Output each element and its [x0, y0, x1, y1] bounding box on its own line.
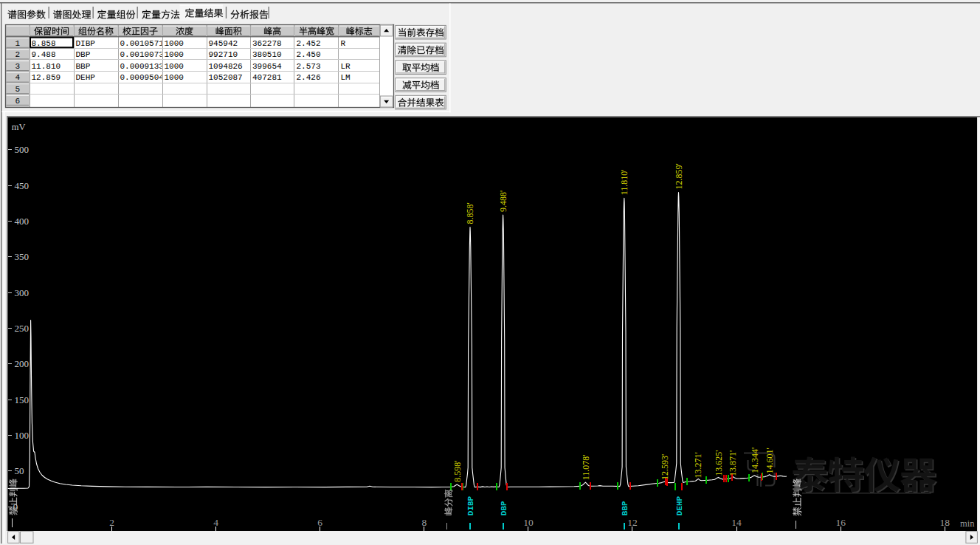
svg-text:DBP: DBP: [76, 50, 91, 59]
svg-text:8.858': 8.858': [465, 202, 475, 224]
svg-text:9.488': 9.488': [498, 191, 508, 212]
svg-text:1000: 1000: [165, 39, 184, 48]
svg-text:2.573: 2.573: [297, 62, 321, 71]
svg-text:0.00100734: 0.00100734: [120, 50, 169, 59]
svg-text:BBP: BBP: [621, 501, 629, 515]
svg-text:250: 250: [15, 323, 30, 334]
svg-text:2.452: 2.452: [297, 39, 321, 48]
svg-text:945942: 945942: [209, 39, 238, 48]
svg-text:1: 1: [15, 39, 20, 48]
svg-text:mV: mV: [12, 122, 26, 132]
svg-text:DEHP: DEHP: [76, 73, 96, 82]
svg-text:DIBP: DIBP: [466, 496, 475, 515]
svg-text:1000: 1000: [165, 50, 184, 59]
svg-text:8.598': 8.598': [452, 461, 463, 482]
svg-text:DBP: DBP: [500, 501, 508, 515]
svg-text:5: 5: [15, 85, 20, 94]
svg-text:1000: 1000: [165, 73, 184, 82]
svg-text:2: 2: [15, 50, 20, 59]
svg-text:500: 500: [15, 144, 30, 155]
svg-text:1000: 1000: [165, 62, 184, 71]
svg-text:0.00095049: 0.00095049: [120, 73, 169, 82]
svg-text:R: R: [341, 39, 346, 48]
svg-text:14.601': 14.601': [765, 448, 775, 473]
svg-text:8: 8: [421, 517, 427, 528]
svg-text:11.810: 11.810: [32, 62, 61, 71]
svg-text:13.625': 13.625': [714, 450, 724, 476]
svg-text:50: 50: [15, 465, 24, 476]
svg-text:min: min: [960, 518, 975, 529]
svg-text:13.871': 13.871': [728, 450, 738, 476]
svg-text:150: 150: [15, 394, 30, 405]
svg-text:9.488: 9.488: [32, 50, 56, 59]
svg-text:LM: LM: [341, 73, 351, 82]
svg-text:0.00091338: 0.00091338: [120, 62, 169, 71]
svg-text:8.858: 8.858: [32, 39, 56, 48]
svg-text:1052087: 1052087: [209, 73, 243, 82]
svg-text:3: 3: [15, 62, 20, 71]
svg-text:1094826: 1094826: [209, 62, 243, 71]
svg-text:380510: 380510: [252, 50, 282, 59]
svg-text:992710: 992710: [209, 50, 238, 59]
svg-text:12: 12: [627, 517, 638, 528]
svg-text:4: 4: [213, 517, 218, 528]
svg-text:14: 14: [731, 517, 742, 528]
svg-text:12.859: 12.859: [32, 73, 61, 82]
svg-text:350: 350: [15, 251, 30, 262]
svg-text:6: 6: [15, 97, 20, 106]
svg-text:450: 450: [15, 180, 30, 191]
svg-text:BBP: BBP: [76, 62, 91, 71]
svg-text:10: 10: [523, 517, 534, 528]
svg-text:2.426: 2.426: [297, 73, 321, 82]
svg-text:407281: 407281: [252, 73, 282, 82]
svg-text:11.078': 11.078': [581, 454, 591, 480]
svg-text:6: 6: [317, 517, 322, 528]
svg-text:12.593': 12.593': [660, 454, 670, 480]
svg-text:DIBP: DIBP: [76, 39, 96, 48]
svg-text:DEHP: DEHP: [675, 496, 684, 515]
svg-text:LR: LR: [341, 62, 351, 71]
svg-text:2: 2: [109, 517, 114, 528]
svg-text:13.271': 13.271': [693, 452, 703, 478]
svg-text:400: 400: [15, 216, 30, 227]
svg-text:12.859': 12.859': [674, 163, 684, 189]
svg-text:362278: 362278: [252, 39, 282, 48]
svg-text:200: 200: [15, 358, 30, 369]
svg-text:18: 18: [940, 517, 950, 528]
svg-text:0.00105715: 0.00105715: [120, 39, 169, 48]
svg-text:11.810': 11.810': [619, 170, 629, 196]
svg-text:100: 100: [15, 430, 30, 441]
svg-text:14.344': 14.344': [750, 448, 760, 473]
svg-text:300: 300: [15, 287, 30, 298]
svg-text:4: 4: [15, 73, 20, 82]
svg-text:2.450: 2.450: [297, 50, 321, 59]
svg-text:16: 16: [835, 517, 846, 528]
svg-text:399654: 399654: [252, 62, 282, 71]
